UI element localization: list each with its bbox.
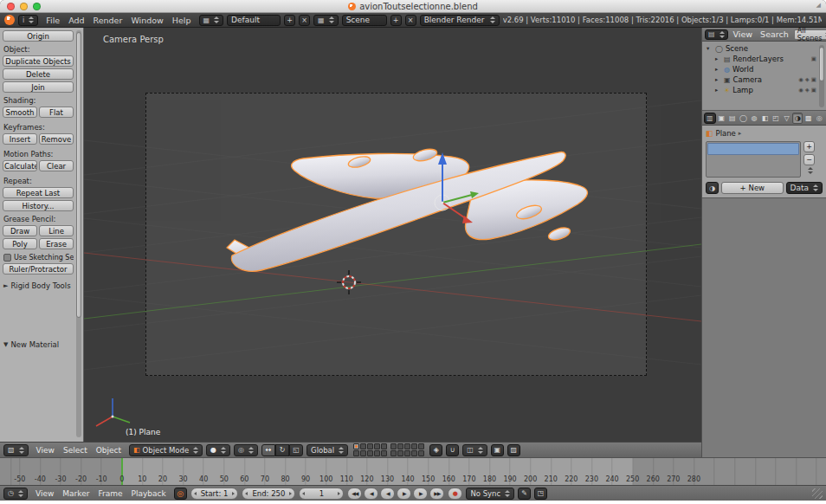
layer-toggle[interactable] [397, 443, 403, 449]
timeline-menu-item[interactable]: View [31, 489, 58, 498]
gp-poly-button[interactable]: Poly [3, 238, 37, 249]
editor-type-select-properties[interactable]: ▥ [704, 113, 716, 124]
layer-toggle[interactable] [390, 443, 397, 449]
editor-type-select-outliner[interactable]: ▤ [705, 29, 728, 40]
select-restrict-icon[interactable]: ◈ [805, 87, 810, 94]
layer-toggle[interactable] [374, 443, 380, 449]
timeline-menu-item[interactable]: Marker [58, 489, 94, 498]
keying-set-button[interactable]: ✎ [518, 488, 531, 500]
outliner-row-camera[interactable]: ▸ ▣ Camera ◉ ◈ ▣ [704, 74, 824, 85]
av-sync-select[interactable]: No Sync [466, 488, 514, 500]
tab-render[interactable]: ▣ [717, 113, 727, 124]
material-slot-selected[interactable] [707, 143, 799, 155]
insert-keyframe-button[interactable]: Insert [3, 133, 37, 145]
snap-magnet-button[interactable]: ∪ [446, 444, 459, 456]
layer-toggle[interactable] [397, 450, 403, 456]
tab-modifiers[interactable]: ◰ [771, 113, 781, 124]
transport-button[interactable]: ▶ [397, 488, 411, 500]
editor-type-select-3dview[interactable]: ▧ [3, 444, 29, 456]
render-restrict-icon[interactable]: ▣ [811, 76, 816, 83]
eye-icon[interactable]: ◉ [798, 87, 803, 94]
ruler-protractor-button[interactable]: Ruler/Protractor [3, 263, 74, 275]
new-material-panel[interactable]: ▼ New Material [3, 340, 74, 349]
auto-keyframe-button[interactable]: ◎ [174, 488, 187, 500]
clear-button[interactable]: Clear [39, 160, 74, 171]
flat-button[interactable]: Flat [39, 107, 74, 118]
expander-icon[interactable]: ▸ [715, 87, 721, 94]
layer-toggle[interactable] [404, 450, 410, 456]
view3d-menu-item[interactable]: Select [59, 446, 92, 455]
add-slot-button[interactable]: + [803, 141, 815, 152]
material-slot-list[interactable] [706, 141, 801, 178]
scrollbar-thumb[interactable] [76, 32, 81, 318]
select-restrict-icon[interactable]: ◈ [805, 76, 810, 83]
pivot-point-select[interactable]: ◎ [234, 444, 258, 456]
layer-toggle[interactable] [360, 443, 366, 449]
layer-toggle[interactable] [353, 443, 359, 449]
scene-lock-button[interactable]: ◈ [429, 444, 442, 456]
smooth-button[interactable]: Smooth [3, 107, 37, 118]
render-restrict-icon[interactable]: ▣ [811, 55, 816, 62]
view3d-menu-item[interactable]: View [32, 446, 59, 455]
render-engine-select[interactable]: Blender Render [420, 15, 500, 26]
layer-toggle[interactable] [360, 450, 366, 456]
opengl-render-anim-button[interactable]: ▨ [507, 444, 520, 456]
link-data-dropdown[interactable]: Data [786, 182, 823, 194]
slot-specials-icon[interactable] [808, 167, 813, 174]
layer-toggle[interactable] [390, 450, 397, 456]
outliner-row-renderlayers[interactable]: ▸ ▤ RenderLayers ▣ [704, 54, 824, 64]
material-browse-button[interactable]: ◑ [706, 182, 719, 194]
remove-slot-button[interactable]: − [803, 154, 815, 165]
rotate-manipulator-button[interactable]: ↻ [275, 444, 289, 456]
start-frame-field[interactable]: Start: 1 [190, 488, 239, 500]
scene-name[interactable]: Scene [342, 15, 387, 26]
tab-render-layers[interactable]: ▤ [727, 113, 738, 124]
transport-button[interactable]: ▶ [413, 488, 428, 500]
current-frame-field[interactable]: 1 [299, 488, 344, 500]
menubar-menu-item[interactable]: Render [89, 16, 127, 25]
history-button[interactable]: History... [3, 200, 74, 211]
gp-line-button[interactable]: Line [39, 225, 74, 236]
expander-icon[interactable]: ▾ [707, 45, 713, 52]
blender-logo-icon[interactable] [4, 15, 15, 25]
scene-add-button[interactable]: + [390, 15, 402, 26]
layer-toggle[interactable] [418, 450, 424, 456]
viewport-shading-select[interactable]: ● [206, 444, 230, 456]
layer-toggle[interactable] [411, 450, 417, 456]
transform-orientation-select[interactable]: Global [307, 444, 348, 456]
join-button[interactable]: Join [3, 81, 74, 93]
transport-button[interactable]: ◀◀ [347, 488, 362, 500]
translate-manipulator-button[interactable]: ↔ [261, 444, 275, 456]
mode-select[interactable]: ◧ Object Mode [129, 444, 203, 456]
eye-icon[interactable]: ◉ [798, 76, 803, 83]
origin-button[interactable]: Origin [3, 30, 74, 42]
expander-icon[interactable]: ▸ [715, 55, 721, 62]
outliner-row-lamp[interactable]: ▸ ☀ Lamp ◉ ◈ ▣ [704, 85, 824, 95]
layout-add-button[interactable]: + [284, 15, 295, 26]
breadcrumb-item[interactable]: Plane [716, 129, 736, 138]
layer-toggle[interactable] [374, 450, 380, 456]
layer-toggle[interactable] [418, 443, 424, 449]
screen-layout-browse[interactable]: ▦ [199, 15, 224, 26]
timeline-menu-item[interactable]: Frame [94, 489, 126, 498]
duplicate-objects-button[interactable]: Duplicate Objects [3, 55, 74, 67]
outliner-search-menu[interactable]: Search [758, 29, 791, 39]
transport-button[interactable]: ▶▶ [429, 488, 444, 500]
outliner-row-world[interactable]: ▸ ◍ World [704, 64, 824, 74]
viewport-3d[interactable]: Camera Persp (1) Plane [84, 28, 701, 442]
scale-manipulator-button[interactable]: ◱ [289, 444, 303, 456]
menubar-menu-item[interactable]: Add [64, 16, 88, 25]
copy-pose-button[interactable]: ◳ [534, 488, 547, 500]
rigid-body-tools-panel[interactable]: ► Rigid Body Tools [3, 281, 74, 290]
outliner-scrollbar[interactable] [819, 45, 824, 107]
tool-shelf-scrollbar[interactable] [76, 30, 81, 437]
menubar-menu-item[interactable]: Window [126, 16, 167, 25]
render-restrict-icon[interactable]: ▣ [811, 87, 816, 94]
menubar-menu-item[interactable]: File [42, 16, 64, 25]
delete-button[interactable]: Delete [3, 68, 74, 80]
menubar-menu-item[interactable]: Help [168, 16, 196, 25]
timeline-ruler[interactable]: -50-40-30-20-100102030405060708090100110… [0, 457, 826, 485]
outliner-view-menu[interactable]: View [731, 29, 756, 39]
tab-world[interactable]: ◍ [749, 113, 759, 124]
minimize-window-button[interactable] [20, 3, 28, 10]
